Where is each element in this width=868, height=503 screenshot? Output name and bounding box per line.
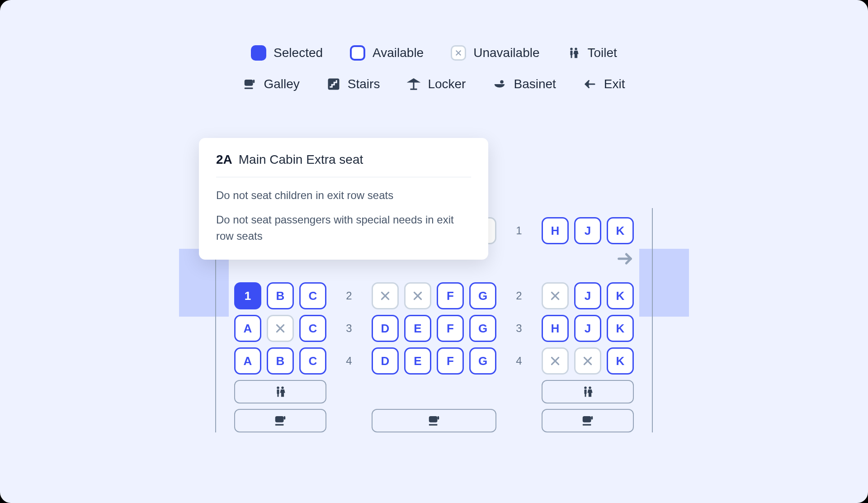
facility-galley [234,409,326,432]
seat[interactable]: B [267,347,294,375]
seat-unavailable [267,315,294,342]
svg-rect-24 [591,416,593,420]
exit-icon [583,77,597,91]
seat[interactable]: A [234,347,261,375]
legend-label: Stairs [348,77,380,91]
legend: Selected Available Unavailable Toilet [0,45,868,91]
seat[interactable]: J [574,282,601,309]
svg-rect-5 [253,80,255,83]
seat[interactable]: H [542,315,569,342]
locker-icon [407,77,420,91]
facility-galley [372,409,496,432]
toilet-icon [567,46,580,60]
selected-swatch [251,45,266,61]
legend-label: Toilet [588,46,617,60]
row-label: 4 [510,347,528,375]
svg-rect-2 [571,55,572,58]
legend-toilet: Toilet [567,46,617,60]
seat[interactable]: A [234,315,261,342]
seat-tooltip: 2A Main Cabin Extra seat Do not seat chi… [199,138,488,260]
legend-label: Unavailable [473,46,539,60]
seat-unavailable [404,282,431,309]
seat[interactable]: K [607,347,634,375]
seat[interactable]: D [372,347,399,375]
legend-available: Available [350,45,424,61]
svg-rect-20 [585,389,587,394]
legend-selected: Selected [251,45,323,61]
legend-label: Available [373,46,424,60]
seat[interactable]: B [267,282,294,309]
seat[interactable]: E [404,347,431,375]
unavailable-swatch [451,45,466,61]
seat[interactable]: F [437,347,464,375]
svg-point-8 [500,80,504,84]
tooltip-note: Do not seat passengers with special need… [216,212,471,244]
seat[interactable]: G [469,282,496,309]
legend-label: Galley [264,77,299,91]
seat[interactable]: F [437,282,464,309]
svg-point-0 [570,48,573,51]
svg-rect-4 [245,80,253,86]
seat[interactable]: G [469,347,496,375]
row-label: 4 [340,347,358,375]
legend-locker: Locker [407,77,466,91]
seat[interactable]: H [542,217,569,244]
basinet-icon [493,77,506,91]
facility-toilet [542,380,634,403]
svg-point-9 [277,387,279,389]
svg-point-12 [281,387,284,389]
legend-label: Selected [274,46,323,60]
legend-galley: Galley [243,77,299,91]
row-label: 2 [340,282,358,309]
seat-unavailable [372,282,399,309]
seat-unavailable [574,347,601,375]
seat[interactable]: K [607,282,634,309]
svg-point-19 [584,387,587,389]
seat-unavailable [542,347,569,375]
seat[interactable]: J [574,315,601,342]
legend-stairs: Stairs [327,77,380,91]
seat[interactable]: G [469,315,496,342]
svg-point-22 [589,387,591,389]
available-swatch [350,45,365,61]
svg-rect-15 [275,424,284,426]
legend-label: Locker [428,77,466,91]
svg-rect-23 [583,416,591,422]
svg-rect-18 [429,424,438,426]
seat-unavailable [542,282,569,309]
svg-point-3 [575,48,577,51]
tooltip-note: Do not seat children in exit row seats [216,187,471,204]
svg-rect-10 [277,389,279,394]
svg-rect-1 [570,51,572,55]
seat[interactable]: 1 [234,282,261,309]
tooltip-seat-code: 2A [216,152,232,167]
seat[interactable]: C [299,315,326,342]
facility-toilet [234,380,326,403]
seat[interactable]: F [437,315,464,342]
seat[interactable]: J [574,217,601,244]
legend-exit: Exit [583,77,625,91]
seat[interactable]: K [607,217,634,244]
legend-basinet: Basinet [493,77,556,91]
row-label: 3 [510,315,528,342]
svg-rect-25 [583,424,591,426]
seat[interactable]: E [404,315,431,342]
seat[interactable]: K [607,315,634,342]
seat[interactable]: C [299,282,326,309]
row-label: 3 [340,315,358,342]
svg-rect-21 [585,394,586,397]
facility-galley [542,409,634,432]
row-labels-right: 1 2 3 4 [510,217,528,375]
legend-label: Basinet [514,77,556,91]
row-label: 2 [510,282,528,309]
svg-rect-16 [429,416,438,422]
exit-arrow-icon [616,250,634,268]
legend-unavailable: Unavailable [451,45,539,61]
svg-rect-17 [438,416,439,420]
svg-rect-6 [245,88,253,89]
seat-block-right: HJK JK HJK K [542,217,634,432]
galley-icon [243,77,256,91]
seat[interactable]: C [299,347,326,375]
seat[interactable]: D [372,315,399,342]
legend-label: Exit [604,77,625,91]
